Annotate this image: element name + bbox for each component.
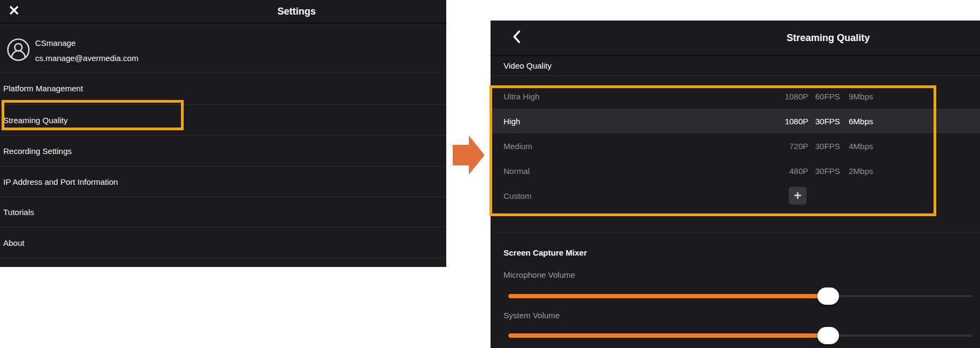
settings-header: Settings <box>0 0 446 24</box>
slider-thumb[interactable] <box>817 287 839 305</box>
quality-fps: 30FPS <box>815 117 843 126</box>
chevron-left-icon <box>513 30 520 45</box>
quality-option-custom[interactable]: Custom + <box>491 183 980 208</box>
add-custom-quality-button[interactable]: + <box>789 187 807 205</box>
video-quality-section-header: Video Quality <box>491 56 980 76</box>
section-label: Video Quality <box>504 61 552 70</box>
quality-bitrate: 2Mbps <box>849 166 892 176</box>
quality-option-ultra-high[interactable]: Ultra High 1080P 60FPS 9Mbps <box>491 84 980 109</box>
menu-item-label: Platform Management <box>3 84 83 93</box>
video-quality-options-list: Ultra High 1080P 60FPS 9Mbps High 1080P … <box>491 76 980 232</box>
quality-option-medium[interactable]: Medium 720P 30FPS 4Mbps <box>491 133 980 158</box>
plus-icon: + <box>794 189 801 202</box>
menu-item-label: About <box>3 238 24 247</box>
quality-bitrate: 6Mbps <box>849 117 892 126</box>
account-info-row[interactable]: CSmanage cs.manage@avermedia.com <box>0 24 446 72</box>
quality-resolution: 480P <box>781 166 808 176</box>
quality-option-normal[interactable]: Normal 480P 30FPS 2Mbps <box>491 158 980 183</box>
menu-item-label: Streaming Quality <box>3 116 68 125</box>
page-title: Streaming Quality <box>787 32 870 44</box>
back-button[interactable] <box>509 30 524 45</box>
menu-item-recording-settings[interactable]: Recording Settings <box>0 136 446 166</box>
arrow-right-annotation <box>453 136 485 175</box>
quality-fps: 30FPS <box>815 166 843 176</box>
quality-resolution: 1080P <box>781 92 808 101</box>
system-volume-label: System Volume <box>504 311 560 320</box>
menu-item-label: Recording Settings <box>3 146 72 156</box>
system-volume-slider[interactable] <box>508 327 972 344</box>
user-email: cs.manage@avermedia.com <box>35 53 138 63</box>
quality-fps: 60FPS <box>815 92 843 101</box>
streaming-quality-header: Streaming Quality <box>491 21 980 56</box>
page-title: Settings <box>277 6 316 17</box>
slider-fill <box>508 333 824 338</box>
settings-panel: Settings CSmanage cs.manage@avermedia.co… <box>0 0 446 267</box>
screen-capture-mixer-section-header: Screen Capture Mixer <box>504 248 587 257</box>
quality-bitrate: 9Mbps <box>849 92 892 101</box>
close-icon <box>9 5 19 18</box>
quality-name: High <box>504 117 520 126</box>
quality-resolution: 720P <box>781 142 808 151</box>
quality-name: Normal <box>504 166 529 176</box>
close-button[interactable] <box>6 4 22 19</box>
quality-name: Medium <box>504 142 532 151</box>
user-avatar-icon <box>7 38 30 63</box>
quality-name: Ultra High <box>504 92 540 101</box>
panel-bottom-strip <box>0 258 446 267</box>
streaming-quality-panel: Streaming Quality Video Quality Ultra Hi… <box>491 21 980 348</box>
menu-item-ip-address-port[interactable]: IP Address and Port Information <box>0 166 446 197</box>
screenshot-canvas: Settings CSmanage cs.manage@avermedia.co… <box>0 0 980 348</box>
menu-item-platform-management[interactable]: Platform Management <box>0 72 446 105</box>
microphone-volume-slider[interactable] <box>508 287 972 305</box>
user-name: CSmanage <box>35 38 76 48</box>
quality-resolution: 1080P <box>781 117 808 126</box>
quality-name: Custom <box>504 191 532 200</box>
slider-fill <box>508 294 824 298</box>
menu-item-streaming-quality[interactable]: Streaming Quality <box>0 105 446 136</box>
menu-item-label: Tutorials <box>3 208 34 217</box>
quality-bitrate: 4Mbps <box>849 142 892 151</box>
menu-item-label: IP Address and Port Information <box>3 177 118 186</box>
menu-item-about[interactable]: About <box>0 227 446 258</box>
quality-fps: 30FPS <box>815 142 843 151</box>
quality-option-high-selected[interactable]: High 1080P 30FPS 6Mbps <box>491 109 980 133</box>
microphone-volume-label: Microphone Volume <box>504 270 575 279</box>
menu-item-tutorials[interactable]: Tutorials <box>0 197 446 227</box>
slider-thumb[interactable] <box>817 327 839 344</box>
